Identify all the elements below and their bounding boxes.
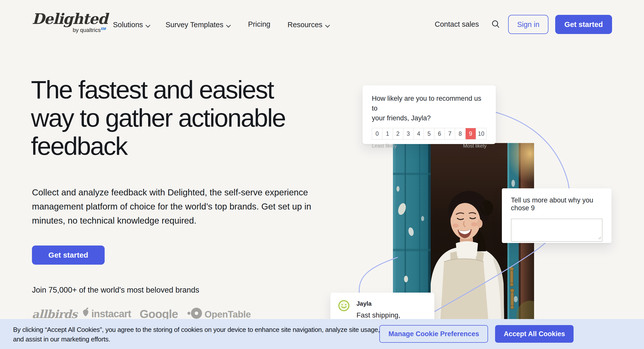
nps-score-1[interactable]: 1 bbox=[382, 128, 393, 139]
decorative-arc bbox=[0, 0, 644, 349]
nav-item-resources[interactable]: Resources bbox=[288, 20, 330, 29]
nps-score-7[interactable]: 7 bbox=[445, 128, 455, 139]
nav-item-pricing[interactable]: Pricing bbox=[248, 20, 270, 28]
resize-handle-icon[interactable] bbox=[598, 236, 601, 240]
page-title: The fastest and easiest way to gather ac… bbox=[31, 76, 345, 160]
carrot-icon bbox=[82, 307, 89, 319]
cookie-banner: By clicking “Accept All Cookies”, you ag… bbox=[0, 319, 644, 349]
followup-card: Tell us more about why you chose 9 bbox=[502, 188, 612, 243]
nps-survey-card: How likely are you to recommend us to yo… bbox=[363, 85, 496, 144]
nps-question: How likely are you to recommend us to yo… bbox=[372, 94, 487, 123]
chevron-down-icon bbox=[145, 21, 150, 29]
reviewer-name: Jayla bbox=[356, 300, 427, 307]
nps-score-9-selected[interactable]: 9 bbox=[466, 128, 476, 139]
followup-question: Tell us more about why you chose 9 bbox=[511, 196, 602, 212]
nps-score-3[interactable]: 3 bbox=[403, 128, 414, 139]
hero-description: Collect and analyze feedback with Deligh… bbox=[32, 185, 313, 228]
nav-item-solutions[interactable]: Solutions bbox=[113, 20, 150, 29]
followup-textarea[interactable] bbox=[511, 219, 602, 242]
brand-logo-instacart: instacart bbox=[82, 308, 131, 320]
logo-wordmark: Delighted bbox=[32, 12, 107, 26]
logo-byline: by qualtricsXM bbox=[32, 27, 107, 33]
manage-cookie-preferences-button[interactable]: Manage Cookie Preferences bbox=[379, 325, 488, 343]
search-icon[interactable] bbox=[491, 20, 500, 29]
nps-score-4[interactable]: 4 bbox=[414, 128, 424, 139]
hero-get-started-button[interactable]: Get started bbox=[32, 246, 105, 265]
brand-logo-google: Google bbox=[140, 307, 178, 321]
accept-all-cookies-button[interactable]: Accept All Cookies bbox=[495, 325, 574, 343]
nps-score-0[interactable]: 0 bbox=[372, 128, 382, 139]
contact-sales-link[interactable]: Contact sales bbox=[435, 20, 479, 28]
logo[interactable]: Delighted by qualtricsXM bbox=[32, 12, 107, 33]
social-proof-text: Join 75,000+ of the world's most beloved… bbox=[32, 286, 199, 295]
nps-score-6[interactable]: 6 bbox=[434, 128, 445, 139]
nps-scale: 0 1 2 3 4 5 6 7 8 9 10 bbox=[372, 128, 487, 139]
nps-score-10[interactable]: 10 bbox=[476, 128, 486, 139]
brand-logo-allbirds: allbirds bbox=[32, 308, 77, 321]
nps-score-2[interactable]: 2 bbox=[393, 128, 403, 139]
header: Delighted by qualtricsXM Solutions Surve… bbox=[0, 0, 644, 48]
chevron-down-icon bbox=[325, 21, 330, 29]
sign-in-button[interactable]: Sign in bbox=[508, 15, 548, 34]
nps-max-label: Most likely bbox=[463, 143, 487, 149]
chevron-down-icon bbox=[226, 21, 231, 29]
xm-badge: XM bbox=[101, 27, 106, 31]
cookie-message: By clicking “Accept All Cookies”, you ag… bbox=[13, 325, 390, 344]
nps-score-5[interactable]: 5 bbox=[424, 128, 434, 139]
nps-min-label: Least likely bbox=[372, 143, 397, 149]
header-get-started-button[interactable]: Get started bbox=[555, 15, 612, 34]
nav-item-survey-templates[interactable]: Survey Templates bbox=[166, 20, 231, 29]
nps-score-8[interactable]: 8 bbox=[455, 128, 465, 139]
